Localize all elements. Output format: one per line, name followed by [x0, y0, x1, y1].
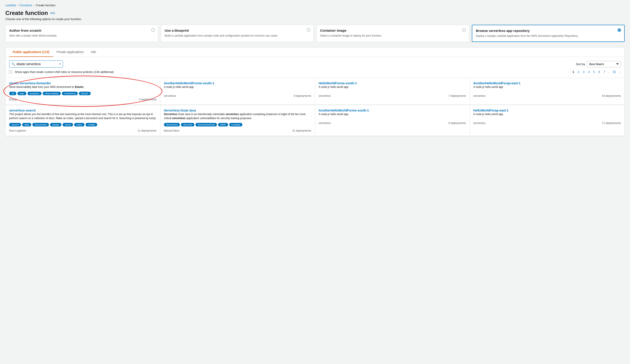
app-card-footer-anotherhelloforme-south1-2: serverless 6 deployments [318, 122, 466, 125]
page-7[interactable]: 7 [602, 70, 606, 74]
app-card-helloworldforap-east1: HelloWorldForap-east-1 A node js hello w… [470, 105, 625, 136]
breadcrumb-lambda[interactable]: Lambda [5, 3, 16, 7]
app-card-desc-helloworldforap-east1: A node js hello world app [474, 112, 621, 116]
option-radio-container[interactable] [462, 28, 466, 32]
app-card-title-anotherhelloforap-east1[interactable]: AnotherHelloWorldForap-east-1 [474, 81, 520, 85]
pagination-next[interactable]: › [618, 70, 621, 74]
app-card-title-serverless-goat-java[interactable]: Serverless-Goat-Java [164, 109, 196, 112]
sortby-select[interactable]: Best Match Most Deployed Recently Publis… [587, 61, 621, 67]
main-panel: Public applications (172) Private applic… [5, 47, 625, 136]
page-1[interactable]: 1 [571, 70, 576, 74]
app-card-desc-anotherhelloforme-south1-2: A node js hello world app [318, 112, 466, 116]
app-card-title-anotherhello-south1[interactable]: AnotherHelloWorldForme-south-1 [164, 81, 214, 85]
app-card-footer-helloworldforap-east1: serverless 71 deployments [474, 122, 621, 125]
tag-observability[interactable]: observability [43, 92, 61, 95]
app-card-desc-serverless-goat-java: Serverless Goat Java is an intentionally… [164, 112, 312, 120]
pagination-ellipsis: … [608, 70, 610, 74]
option-desc-scratch: Start with a simple Hello World example. [9, 34, 154, 38]
option-serverless-repo[interactable]: Browse serverless app repository Deploy … [472, 25, 625, 42]
iam-filter-checkbox[interactable] [9, 70, 12, 73]
search-clear-button[interactable]: × [59, 62, 61, 66]
tabs-row: Public applications (172) Private applic… [6, 47, 624, 57]
tag-index[interactable]: index [74, 123, 84, 127]
breadcrumb-current: Create function [36, 3, 56, 7]
tag-lambda[interactable]: Lambda [229, 123, 242, 127]
tag-serverlessgoat[interactable]: ServerlessGoat [196, 123, 217, 127]
option-author-scratch[interactable]: Author from scratch Start with a simple … [5, 25, 158, 42]
app-card-desc-elastic-forwarder: Send observability data from your AWS en… [9, 85, 156, 89]
sortby-row: Sort by Best Match Most Deployed Recentl… [576, 61, 621, 67]
author-anotherhello-south1: serverless [164, 94, 176, 97]
title-strong-serverless: Serverless [164, 109, 180, 112]
page-4[interactable]: 4 [587, 70, 591, 74]
app-card-helloworldforme-south1: HelloWorldForme-south-1 A node js hello … [315, 78, 470, 105]
deploys-anotherhello-south1: 9 deployments [294, 94, 311, 97]
search-input[interactable] [9, 60, 63, 68]
tag-analytics[interactable]: analytics [28, 92, 42, 95]
tag-lunrjs[interactable]: lunrjs [62, 123, 73, 127]
app-card-title-anotherhelloforme-south1-2[interactable]: AnotherHelloWorldForme-south-1 [318, 109, 369, 112]
pagination: ‹ 1 2 3 4 5 6 7 … 15 › [568, 70, 621, 74]
page-6[interactable]: 6 [597, 70, 602, 74]
tab-public-applications[interactable]: Public applications (172) [9, 47, 53, 57]
app-card-footer-anotherhello-south1: serverless 9 deployments [164, 94, 312, 97]
page-3[interactable]: 3 [582, 70, 586, 74]
app-card-tags-serverless-goat-java: Serverless Security ServerlessGoat AWS L… [164, 123, 312, 127]
tab-info[interactable]: Info [87, 47, 100, 57]
tag-s3[interactable]: s3 [9, 92, 16, 95]
app-card-desc-anotherhelloforap-east1: A node js hello world app [474, 85, 621, 89]
deploys-anotherhelloforme-south1-2: 6 deployments [448, 122, 466, 125]
app-card-title-elastic-forwarder[interactable]: elastic-serverless-forwarder [9, 81, 51, 85]
app-card-title-serverless-search[interactable]: serverless-search [9, 109, 36, 112]
search-icon: 🔍 [12, 62, 15, 66]
author-anotherhelloforap-east1: serverless [474, 94, 486, 97]
tag-elastic[interactable]: Elastic [79, 92, 90, 95]
app-card-elastic-forwarder: elastic-serverless-forwarder Send observ… [6, 78, 160, 105]
tag-security[interactable]: Security [181, 123, 194, 127]
option-blueprint[interactable]: Use a blueprint Build a Lambda applicati… [161, 25, 314, 42]
deploys-anotherhelloforap-east1: 44 deployments [602, 94, 621, 97]
author-serverless-goat-java: Manuel Benz [164, 129, 180, 132]
tag-elastic-ss[interactable]: elastic [50, 123, 62, 127]
app-card-footer-serverless-goat-java: Manuel Benz 41 deployments [164, 129, 312, 132]
app-card-footer-helloworldforme-south1: serverless 7 deployments [318, 94, 466, 97]
tag-nodejs[interactable]: nodejs [86, 123, 97, 127]
app-card-anotherhelloforap-east1: AnotherHelloWorldForap-east-1 A node js … [470, 78, 625, 105]
app-card-title-helloworldforme-south1[interactable]: HelloWorldForme-south-1 [318, 81, 357, 85]
apps-grid-row2: serverless-search This project allows yo… [6, 105, 624, 136]
breadcrumb-sep1: › [17, 3, 18, 7]
title-highlight: elastic-serverless [9, 81, 36, 85]
sortby-label: Sort by [576, 62, 585, 66]
page-info-link[interactable]: Info [50, 11, 55, 15]
tag-aws[interactable]: AWS [218, 123, 228, 127]
title-rest: -forwarder [36, 81, 51, 85]
iam-filter-label[interactable]: Show apps that create custom IAM roles o… [15, 70, 114, 74]
page-15[interactable]: 15 [611, 70, 617, 74]
tab-private-applications[interactable]: Private applications [53, 47, 87, 57]
deploys-serverless-goat-java: 41 deployments [292, 129, 311, 132]
app-card-serverless-goat-java: Serverless-Goat-Java Serverless Goat Jav… [160, 105, 315, 136]
tag-documents[interactable]: documents [32, 123, 49, 127]
app-card-serverless-search: serverless-search This project allows yo… [6, 105, 160, 136]
page-2[interactable]: 2 [576, 70, 581, 74]
page-subtitle: Choose one of the following options to c… [5, 17, 625, 21]
breadcrumb-functions[interactable]: Functions [20, 3, 32, 7]
option-container[interactable]: Container image Select a container image… [316, 25, 469, 42]
option-radio-blueprint[interactable] [307, 28, 310, 32]
tag-monitoring[interactable]: monitoring [62, 92, 78, 95]
option-radio-scratch[interactable] [151, 28, 155, 32]
deploys-helloworldforap-east1: 71 deployments [602, 122, 621, 125]
app-card-footer-anotherhelloforap-east1: serverless 44 deployments [474, 94, 621, 97]
author-helloworldforme-south1: serverless [318, 94, 331, 97]
option-title-serverless: Browse serverless app repository [476, 29, 620, 32]
author-serverless-search: Ravi Lingineni [9, 129, 26, 132]
option-radio-serverless[interactable] [618, 28, 621, 32]
tag-search[interactable]: search [9, 123, 21, 127]
deploys-helloworldforme-south1: 7 deployments [448, 94, 466, 97]
tag-data[interactable]: data [22, 123, 31, 127]
app-card-title-helloworldforap-east1[interactable]: HelloWorldForap-east-1 [474, 109, 509, 112]
app-card-tags-serverless-search: search data documents elastic lunrjs ind… [9, 123, 156, 127]
tag-logs[interactable]: logs [18, 92, 26, 95]
page-5[interactable]: 5 [592, 70, 596, 74]
tag-serverless-goat[interactable]: Serverless [164, 123, 180, 127]
